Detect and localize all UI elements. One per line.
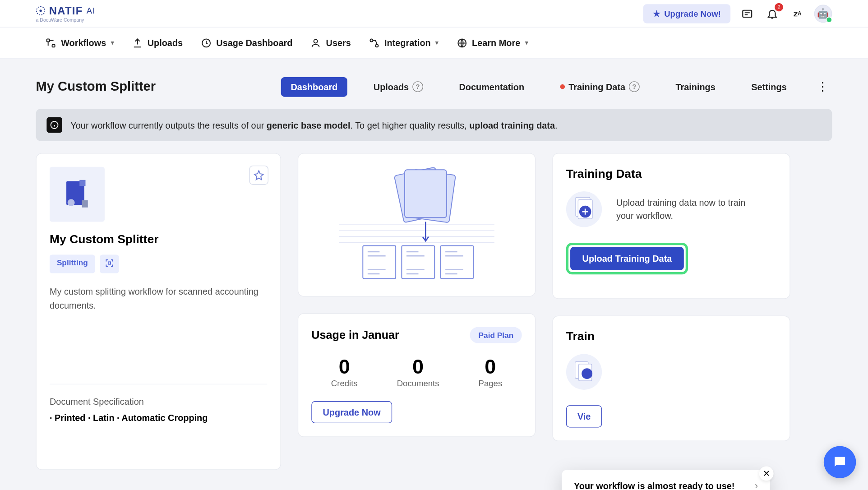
training-data-text: Upload training data now to train your w…	[616, 196, 760, 223]
svg-rect-18	[405, 170, 447, 217]
usage-card: Usage in Januar Paid Plan 0 Credits 0 Do…	[298, 313, 536, 437]
svg-point-7	[370, 39, 373, 42]
chevron-down-icon: ▾	[435, 39, 439, 46]
stat-pages: 0 Pages	[479, 355, 503, 388]
pages-label: Pages	[479, 379, 503, 388]
globe-icon	[457, 37, 467, 48]
project-chips: Splitting	[50, 254, 267, 273]
popup-title: Your workflow is almost ready to use!	[574, 481, 734, 490]
documents-value: 0	[397, 355, 439, 379]
nav-label: Uploads	[148, 37, 183, 48]
workflows-icon	[46, 37, 56, 48]
training-data-card: Training Data Upload training data now t…	[552, 153, 790, 299]
star-icon	[254, 170, 264, 180]
tab-trainings[interactable]: Trainings	[666, 77, 725, 97]
credits-label: Credits	[331, 379, 358, 388]
trainings-title: Train	[566, 329, 776, 343]
notification-badge: 2	[775, 3, 783, 11]
nav-users[interactable]: Users	[310, 37, 351, 48]
chat-icon	[832, 454, 847, 470]
svg-rect-12	[79, 180, 85, 186]
spec-header: Document Specification	[50, 384, 267, 407]
nav-label: Usage Dashboard	[216, 37, 292, 48]
logo-text: NATIF	[49, 5, 83, 17]
logo-suffix: AI	[87, 6, 96, 15]
banner-text: Your workflow currently outputs the resu…	[70, 120, 557, 130]
notifications-icon[interactable]: 2	[764, 5, 780, 22]
svg-point-1	[39, 9, 42, 12]
chip-scan-icon	[100, 254, 119, 273]
tab-training-data[interactable]: Training Data?	[550, 77, 649, 97]
upload-icon	[132, 37, 143, 48]
messages-icon[interactable]	[739, 5, 756, 22]
user-icon	[310, 37, 321, 48]
view-button[interactable]: Vie	[566, 405, 602, 427]
tab-dashboard[interactable]: Dashboard	[281, 77, 347, 97]
chevron-right-icon[interactable]: ›	[755, 481, 758, 490]
splitting-illustration	[333, 165, 500, 285]
highlight-ring: Upload Training Data	[566, 243, 688, 274]
pages-value: 0	[479, 355, 503, 379]
nav-usage-dashboard[interactable]: Usage Dashboard	[201, 37, 292, 48]
tab-settings[interactable]: Settings	[742, 77, 796, 97]
nav-workflows[interactable]: Workflows ▾	[46, 37, 114, 48]
svg-point-8	[375, 44, 378, 47]
svg-rect-15	[108, 262, 111, 264]
chat-fab[interactable]	[824, 446, 856, 478]
chip-splitting: Splitting	[50, 254, 95, 273]
nav-learn-more[interactable]: Learn More ▾	[457, 37, 528, 48]
topbar: NATIF AI a DocuWare Company ★ Upgrade No…	[0, 0, 868, 28]
svg-point-13	[68, 199, 75, 206]
nav-uploads[interactable]: Uploads	[132, 37, 183, 48]
translate-icon[interactable]: ᴢA	[789, 5, 806, 22]
star-icon: ★	[653, 9, 660, 18]
project-card: My Custom Splitter Splitting My custom s…	[36, 153, 281, 470]
stat-documents: 0 Documents	[397, 355, 439, 388]
help-icon[interactable]: ?	[412, 81, 423, 92]
tab-uploads[interactable]: Uploads?	[364, 77, 433, 97]
tab-documentation[interactable]: Documentation	[449, 77, 534, 97]
tabs: Dashboard Uploads? Documentation Trainin…	[281, 77, 832, 97]
more-menu-icon[interactable]: ⋮	[813, 79, 832, 94]
page-header: My Custom Splitter Dashboard Uploads? Do…	[0, 59, 868, 103]
documents-label: Documents	[397, 379, 439, 388]
nav-label: Workflows	[61, 37, 106, 48]
onboarding-popup: ✕ Your workflow is almost ready to use! …	[562, 470, 770, 490]
avatar[interactable]: 🤖	[814, 5, 832, 23]
svg-point-10	[51, 121, 58, 129]
svg-rect-4	[52, 44, 55, 47]
upgrade-now-button[interactable]: Upgrade Now	[311, 401, 392, 423]
integration-icon	[369, 37, 380, 48]
upgrade-label: Upgrade Now!	[664, 9, 721, 18]
svg-rect-3	[47, 39, 50, 42]
upload-training-data-button[interactable]: Upload Training Data	[570, 247, 684, 270]
svg-point-27	[582, 368, 592, 379]
clock-icon	[201, 37, 212, 48]
logo-subtitle: a DocuWare Company	[36, 17, 96, 23]
navbar: Workflows ▾ Uploads Usage Dashboard User…	[0, 28, 868, 59]
favorite-button[interactable]	[249, 166, 268, 185]
svg-point-6	[314, 39, 318, 43]
svg-rect-2	[743, 10, 752, 17]
nav-label: Users	[326, 37, 351, 48]
upgrade-now-button[interactable]: ★ Upgrade Now!	[643, 4, 730, 23]
page-title: My Custom Splitter	[36, 79, 156, 94]
nav-integration[interactable]: Integration ▾	[369, 37, 439, 48]
stat-credits: 0 Credits	[331, 355, 358, 388]
nav-label: Integration	[384, 37, 431, 48]
spec-list: · Printed · Latin · Automatic Cropping	[50, 412, 267, 423]
credits-value: 0	[331, 355, 358, 379]
plan-badge: Paid Plan	[470, 327, 522, 343]
usage-title: Usage in Januar	[311, 328, 399, 342]
info-icon	[46, 117, 62, 133]
logo[interactable]: NATIF AI a DocuWare Company	[36, 5, 96, 23]
docs-circle-icon	[566, 354, 602, 390]
project-name: My Custom Splitter	[50, 232, 267, 246]
plus-circle-icon	[566, 191, 602, 227]
help-icon[interactable]: ?	[629, 81, 640, 92]
indicator-dot	[560, 84, 565, 89]
close-icon[interactable]: ✕	[759, 467, 774, 481]
info-banner: Your workflow currently outputs the resu…	[36, 109, 832, 141]
project-description: My custom splitting workflow for scanned…	[50, 285, 267, 312]
illustration-card	[298, 153, 536, 296]
